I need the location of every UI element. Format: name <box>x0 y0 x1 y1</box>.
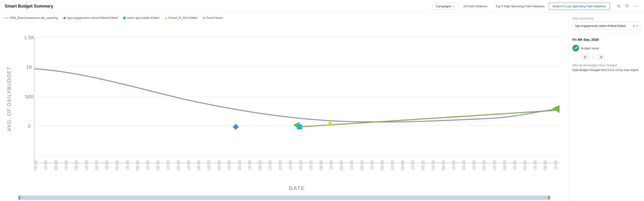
svg-text:16:00: 16:00 <box>105 160 109 170</box>
svg-text:08:00: 08:00 <box>94 160 99 170</box>
svg-text:08:00: 08:00 <box>502 160 507 170</box>
budget-metric-icon <box>572 45 579 51</box>
svg-text:08:00: 08:00 <box>54 160 58 170</box>
svg-rect-15 <box>297 124 302 129</box>
svg-text:16:00: 16:00 <box>329 160 334 170</box>
legend-dnd-icon <box>4 18 8 18</box>
svg-text:16:00: 16:00 <box>492 160 496 170</box>
svg-text:16:00: 16:00 <box>186 160 191 170</box>
svg-text:08:00: 08:00 <box>543 160 548 170</box>
svg-text:16:00: 16:00 <box>513 160 517 170</box>
chevron-down-icon: ▾ <box>453 5 454 7</box>
filter-icon <box>625 4 629 8</box>
scrollbar-handle-left[interactable] <box>18 196 20 200</box>
svg-text:08:00: 08:00 <box>115 160 119 170</box>
legend-preroll-brand-label: Preroll brand <box>206 16 222 19</box>
legend-preroll002-icon <box>165 17 167 19</box>
svg-text:16:00: 16:00 <box>227 160 232 170</box>
header: Smart Budget Summary Campaigns ▾ All Pai… <box>0 0 644 12</box>
legend-preroll002: Preroll_PI_002+Edited <box>165 16 197 19</box>
tab-top5[interactable]: Top 5 High Spending Paid Initiatives <box>492 2 548 10</box>
campaigns-dropdown-label: Campaigns <box>436 4 452 8</box>
svg-text:16:00: 16:00 <box>370 160 374 170</box>
filter-button[interactable] <box>624 3 630 9</box>
paid-initiative-filter[interactable]: App engagements native+Edited+Edited ✕ ▾ <box>572 22 640 30</box>
legend-dnd-label: DND_Brand awareness ads_reporting <box>10 16 58 19</box>
legend-app-eng: App engagements native+Edited+Edited <box>64 16 118 19</box>
change-reason-label: Why did the Budget Value Change? <box>572 64 640 67</box>
legend-app-eng-icon <box>63 16 66 19</box>
filter-select-value: App engagements native+Edited+Edited <box>575 24 632 28</box>
more-button[interactable]: ⋯ <box>632 2 639 10</box>
svg-text:16:00: 16:00 <box>431 160 436 170</box>
legend-preroll-brand: Preroll brand <box>203 16 222 19</box>
tab-bottom5[interactable]: Bottom 5 Low Spending Paid Initiatives <box>549 2 610 10</box>
svg-text:08:00: 08:00 <box>278 160 282 170</box>
header-nav: Campaigns ▾ All Paid Initiatives Top 5 H… <box>432 2 610 10</box>
scrollbar-track <box>20 196 548 200</box>
legend-native: native app installs+Edited <box>123 16 159 19</box>
svg-text:08:00: 08:00 <box>360 160 364 170</box>
svg-text:08:00: 08:00 <box>33 160 38 170</box>
value-row: 0 → 4 <box>581 54 640 60</box>
chevron-down-icon[interactable]: ▾ <box>636 24 638 28</box>
svg-text:1.5K: 1.5K <box>24 35 34 40</box>
svg-text:16:00: 16:00 <box>84 160 89 170</box>
budget-value-label: Budget Value <box>581 46 599 50</box>
chart-legend: DND_Brand awareness ads_reporting App en… <box>4 16 564 19</box>
svg-text:08:00: 08:00 <box>237 160 242 170</box>
refresh-icon: ↻ <box>617 4 620 8</box>
clear-icon[interactable]: ✕ <box>632 24 635 28</box>
svg-text:16:00: 16:00 <box>308 160 313 170</box>
svg-text:08:00: 08:00 <box>196 160 201 170</box>
metric-row: Budget Value <box>572 45 640 51</box>
svg-text:16:00: 16:00 <box>64 160 68 170</box>
svg-text:16:00: 16:00 <box>390 160 395 170</box>
svg-text:08:00: 08:00 <box>482 160 486 170</box>
svg-text:08:00: 08:00 <box>441 160 446 170</box>
change-reason-text: Daily Budget changed from 0.0 to 4.0 by … <box>572 68 640 72</box>
svg-text:16:00: 16:00 <box>288 160 293 170</box>
right-panel: Paid Initiative App engagements native+E… <box>568 12 644 201</box>
svg-text:1K: 1K <box>26 64 32 70</box>
legend-app-eng-label: App engagements native+Edited+Edited <box>67 16 118 19</box>
svg-text:08:00: 08:00 <box>380 160 384 170</box>
tab-all-paid[interactable]: All Paid Initiatives <box>460 2 492 10</box>
svg-text:16:00: 16:00 <box>166 160 170 170</box>
svg-text:08:00: 08:00 <box>74 160 79 170</box>
svg-text:16:00: 16:00 <box>146 160 150 170</box>
paid-initiative-label: Paid Initiative <box>572 17 640 20</box>
svg-text:08:00: 08:00 <box>462 160 466 170</box>
chart-area: DND_Brand awareness ads_reporting App en… <box>0 12 568 201</box>
legend-dnd: DND_Brand awareness ads_reporting <box>4 16 58 19</box>
legend-native-label: native app installs+Edited <box>127 16 159 19</box>
legend-preroll002-label: Preroll_PI_002+Edited <box>169 16 197 19</box>
svg-text:0: 0 <box>28 123 31 129</box>
arrow-right-icon: → <box>591 55 595 59</box>
refresh-button[interactable]: ↻ <box>616 3 622 10</box>
svg-text:08:00: 08:00 <box>523 160 527 170</box>
svg-text:16:00: 16:00 <box>350 160 354 170</box>
svg-text:DATE: DATE <box>289 185 305 191</box>
svg-text:08:00: 08:00 <box>298 160 303 170</box>
main-content: DND_Brand awareness ads_reporting App en… <box>0 12 644 201</box>
svg-text:16:00: 16:00 <box>247 160 252 170</box>
svg-text:16:00: 16:00 <box>268 160 272 170</box>
svg-text:16:00: 16:00 <box>207 160 211 170</box>
chart-scrollbar[interactable] <box>18 195 550 200</box>
svg-text:08:00: 08:00 <box>176 160 180 170</box>
panel-divider <box>572 34 640 34</box>
page: Smart Budget Summary Campaigns ▾ All Pai… <box>0 0 644 201</box>
legend-native-icon <box>123 17 126 19</box>
chart-svg[interactable]: 1.5K 1K 500 0 AVG. OF DAILYBUDGET <box>4 22 564 195</box>
svg-text:08:00: 08:00 <box>319 160 324 170</box>
chart-svg-wrapper: 1.5K 1K 500 0 AVG. OF DAILYBUDGET <box>4 22 564 195</box>
campaigns-dropdown[interactable]: Campaigns ▾ <box>432 2 458 10</box>
header-actions: ↻ ⋯ <box>616 2 639 10</box>
page-title: Smart Budget Summary <box>5 4 53 9</box>
svg-text:08:00: 08:00 <box>135 160 140 170</box>
scrollbar-handle-right[interactable] <box>548 196 550 200</box>
svg-text:08:00: 08:00 <box>400 160 405 170</box>
svg-text:16:00: 16:00 <box>125 160 130 170</box>
svg-text:16:00: 16:00 <box>472 160 476 170</box>
